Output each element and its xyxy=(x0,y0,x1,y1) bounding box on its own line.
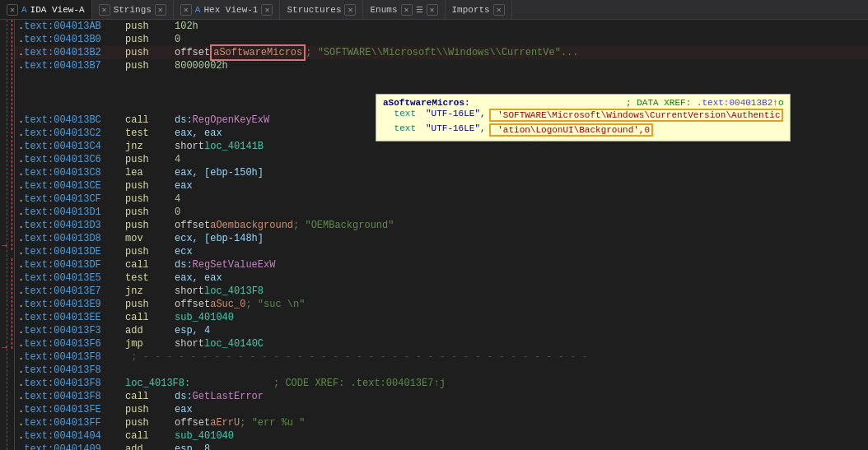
operand: ds: xyxy=(175,390,193,403)
separator: ; - - - - - - - - - - - - - - - - - - - … xyxy=(125,350,588,364)
tab-strings[interactable]: ✕ Strings ✕ xyxy=(92,0,174,19)
mnemonic: push xyxy=(125,219,175,232)
mnemonic: jnz xyxy=(125,140,175,153)
tab-close-enums2[interactable]: ✕ xyxy=(427,4,438,16)
mnemonic: push xyxy=(125,59,175,72)
tab-enums[interactable]: Enums ✕ ☰ ✕ xyxy=(363,0,445,19)
address: .text:004013E7 xyxy=(18,285,125,298)
label: loc_4013F8: xyxy=(125,377,224,390)
table-row: .text:004013F6 jmp short loc_40140C xyxy=(15,337,868,350)
popup-box: aSoftwareMicros: ; DATA XREF: .text:0040… xyxy=(376,94,791,141)
operand: eax, [ebp-150h] xyxy=(175,166,264,179)
address: .text:004013D1 xyxy=(18,206,125,219)
operand: offset xyxy=(175,298,210,311)
operand: 4 xyxy=(175,193,180,206)
operand: short xyxy=(175,337,204,350)
address: .text:004013AB xyxy=(18,20,125,33)
table-row: .text:004013C4 jnz short loc_40141B xyxy=(15,140,868,153)
table-row: .text:004013C8 lea eax, [ebp-150h] xyxy=(15,166,868,179)
table-row: .text:00401409 add esp, 8 xyxy=(15,443,868,450)
address: .text:004013B2 xyxy=(18,46,125,59)
mnemonic: push xyxy=(125,153,175,166)
tab-close-hex[interactable]: ✕ xyxy=(180,4,192,16)
address: .text:004013DE xyxy=(18,245,125,258)
table-row: .text:004013F8 xyxy=(15,364,868,377)
operand: eax, eax xyxy=(175,271,222,285)
table-row: .text:004013F3 add esp, 4 xyxy=(15,324,868,337)
table-row: .text:00401404 call sub_401040 xyxy=(15,429,868,443)
tab-close-strings2[interactable]: ✕ xyxy=(155,4,166,16)
tab-close-strings[interactable]: ✕ xyxy=(99,4,110,16)
mnemonic: call xyxy=(125,390,175,403)
popup-title: aSoftwareMicros: xyxy=(383,98,470,108)
mnemonic: call xyxy=(125,114,175,127)
main-container: → → .text:004013AB push 102h .text:00401… xyxy=(0,20,868,450)
address: .text:004013E9 xyxy=(18,298,125,311)
operand-offset: offset xyxy=(175,46,210,59)
table-row: .text:004013F8 loc_4013F8: ; CODE XREF: … xyxy=(15,377,868,390)
table-row: .text:004013E7 jnz short loc_4013F8 xyxy=(15,285,868,298)
popup-overlay: aSoftwareMicros: ; DATA XREF: .text:0040… xyxy=(376,94,791,141)
mnemonic: test xyxy=(125,271,175,285)
operand: offset xyxy=(175,219,210,232)
separator-line: .text:004013F8 ; - - - - - - - - - - - -… xyxy=(15,350,868,364)
tab-label-ida: IDA View-A xyxy=(30,5,85,15)
table-row: .text:004013EE call sub_401040 xyxy=(15,311,868,324)
mnemonic: push xyxy=(125,245,175,258)
address: .text:004013EE xyxy=(18,311,125,324)
address: .text:004013B7 xyxy=(18,59,125,72)
tab-close-enums[interactable]: ✕ xyxy=(401,4,413,16)
tab-imports[interactable]: Imports ✕ xyxy=(446,0,512,19)
mnemonic: call xyxy=(125,429,175,443)
table-row: .text:004013C6 push 4 xyxy=(15,153,868,166)
table-row: .text:004013CE push eax xyxy=(15,179,868,193)
left-gutter: → → xyxy=(0,20,15,450)
table-row: .text:004013E9 push offset aSuc_0 ; "suc… xyxy=(15,298,868,311)
mnemonic: push xyxy=(125,193,175,206)
address: .text:004013FE xyxy=(18,403,125,416)
operand: ds: xyxy=(175,258,193,271)
tab-close-imports[interactable]: ✕ xyxy=(493,4,505,16)
table-row: .text:004013CF push 4 xyxy=(15,193,868,206)
table-row: .text:004013DF call ds:RegSetValueExW xyxy=(15,258,868,271)
table-row: .text:004013B2 push offset aSoftwareMicr… xyxy=(15,46,868,59)
popup-data-xref: ; DATA XREF: .text:004013B2↑o xyxy=(626,98,783,108)
operand: esp, 8 xyxy=(175,443,210,450)
tab-structures[interactable]: Structures ✕ xyxy=(280,0,363,19)
table-row: .text:004013D8 mov ecx, [ebp-148h] xyxy=(15,232,868,245)
mnemonic: push xyxy=(125,298,175,311)
mnemonic: lea xyxy=(125,166,175,179)
mnemonic: call xyxy=(125,311,175,324)
tab-close-structures[interactable]: ✕ xyxy=(344,4,356,16)
operand: ecx, [ebp-148h] xyxy=(175,232,264,245)
tab-label-strings: Strings xyxy=(114,5,152,15)
address: .text:004013C8 xyxy=(18,166,125,179)
table-row: .text:004013AB push 102h xyxy=(15,20,868,33)
mnemonic: push xyxy=(125,179,175,193)
tab-hex-view-1[interactable]: ✕ A Hex View-1 ✕ xyxy=(174,0,281,19)
address: .text:004013F8 xyxy=(18,364,125,377)
table-row: .text:004013FF push offset aErrU ; "err … xyxy=(15,416,868,429)
mnemonic: call xyxy=(125,258,175,271)
address: .text:004013F3 xyxy=(18,324,125,337)
tab-close-hex2[interactable]: ✕ xyxy=(261,4,273,16)
tab-icon-enums: ☰ xyxy=(416,5,423,15)
address: .text:004013CE xyxy=(18,179,125,193)
code-xref: ; CODE XREF: .text:004013E7↑j xyxy=(224,377,446,390)
mnemonic: push xyxy=(125,416,175,429)
mnemonic: add xyxy=(125,324,175,337)
code-area[interactable]: .text:004013AB push 102h .text:004013B0 … xyxy=(15,20,868,450)
address: .text:004013D8 xyxy=(18,232,125,245)
tab-ida-view-a[interactable]: ✕ A IDA View-A xyxy=(0,0,92,19)
tab-close-ida[interactable]: ✕ xyxy=(7,4,18,16)
mnemonic: push xyxy=(125,33,175,46)
tab-icon-ida: A xyxy=(21,5,27,15)
address: .text:004013FF xyxy=(18,416,125,429)
table-row: .text:004013D1 push 0 xyxy=(15,206,868,219)
tab-label-imports: Imports xyxy=(452,5,490,15)
tab-label-enums: Enums xyxy=(370,5,397,15)
table-row: .text:004013D3 push offset aOembackgroun… xyxy=(15,219,868,232)
operand-ref: aSoftwareMicros xyxy=(210,44,306,61)
operand: 4 xyxy=(175,153,180,166)
address: .text:004013C2 xyxy=(18,127,125,140)
